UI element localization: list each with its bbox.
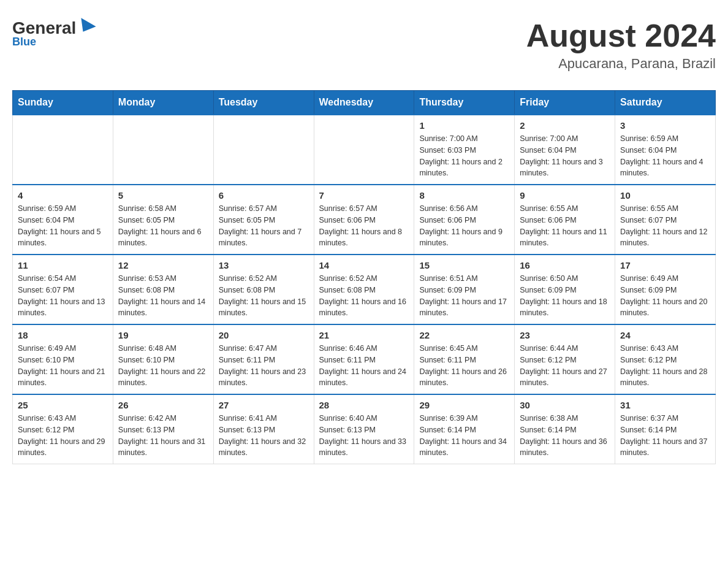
page-header: General Blue August 2024 Apucarana, Para…	[12, 12, 716, 78]
calendar-cell: 28Sunrise: 6:40 AMSunset: 6:13 PMDayligh…	[314, 394, 414, 464]
calendar-cell: 25Sunrise: 6:43 AMSunset: 6:12 PMDayligh…	[13, 394, 113, 464]
calendar-cell: 30Sunrise: 6:38 AMSunset: 6:14 PMDayligh…	[515, 394, 615, 464]
day-info: Sunrise: 6:39 AMSunset: 6:14 PMDaylight:…	[419, 413, 509, 459]
day-info: Sunrise: 6:45 AMSunset: 6:11 PMDaylight:…	[419, 343, 509, 389]
day-info: Sunrise: 6:59 AMSunset: 6:04 PMDaylight:…	[620, 133, 710, 179]
calendar-cell: 12Sunrise: 6:53 AMSunset: 6:08 PMDayligh…	[113, 255, 213, 324]
day-number: 4	[18, 190, 108, 201]
calendar-cell: 5Sunrise: 6:58 AMSunset: 6:05 PMDaylight…	[113, 185, 213, 255]
calendar-cell: 13Sunrise: 6:52 AMSunset: 6:08 PMDayligh…	[213, 255, 314, 324]
day-info: Sunrise: 6:57 AMSunset: 6:06 PMDaylight:…	[319, 203, 409, 249]
day-info: Sunrise: 6:53 AMSunset: 6:08 PMDaylight:…	[118, 273, 208, 319]
day-info: Sunrise: 6:52 AMSunset: 6:08 PMDaylight:…	[219, 273, 309, 319]
calendar-cell: 19Sunrise: 6:48 AMSunset: 6:10 PMDayligh…	[113, 324, 213, 394]
day-number: 5	[118, 190, 208, 201]
day-number: 6	[219, 190, 309, 201]
calendar-cell: 20Sunrise: 6:47 AMSunset: 6:11 PMDayligh…	[213, 324, 314, 394]
day-number: 19	[118, 330, 208, 340]
calendar-header-thursday: Thursday	[414, 91, 515, 115]
day-info: Sunrise: 6:56 AMSunset: 6:06 PMDaylight:…	[419, 203, 509, 249]
day-number: 20	[219, 330, 309, 340]
calendar-header-tuesday: Tuesday	[213, 91, 314, 115]
calendar-cell: 22Sunrise: 6:45 AMSunset: 6:11 PMDayligh…	[414, 324, 515, 394]
day-number: 7	[319, 190, 409, 201]
day-info: Sunrise: 6:47 AMSunset: 6:11 PMDaylight:…	[219, 343, 309, 389]
day-info: Sunrise: 6:37 AMSunset: 6:14 PMDaylight:…	[620, 413, 710, 459]
day-number: 15	[419, 260, 509, 270]
logo-triangle-icon	[76, 18, 96, 36]
day-number: 28	[319, 400, 409, 410]
day-number: 23	[520, 330, 610, 340]
day-number: 17	[620, 260, 710, 270]
calendar-cell: 15Sunrise: 6:51 AMSunset: 6:09 PMDayligh…	[414, 255, 515, 324]
calendar-cell: 31Sunrise: 6:37 AMSunset: 6:14 PMDayligh…	[615, 394, 716, 464]
day-info: Sunrise: 6:40 AMSunset: 6:13 PMDaylight:…	[319, 413, 409, 459]
calendar-header-saturday: Saturday	[615, 91, 716, 115]
day-number: 16	[520, 260, 610, 270]
calendar-cell: 1Sunrise: 7:00 AMSunset: 6:03 PMDaylight…	[414, 115, 515, 185]
calendar-cell: 6Sunrise: 6:57 AMSunset: 6:05 PMDaylight…	[213, 185, 314, 255]
day-info: Sunrise: 6:52 AMSunset: 6:08 PMDaylight:…	[319, 273, 409, 319]
day-info: Sunrise: 6:38 AMSunset: 6:14 PMDaylight:…	[520, 413, 610, 459]
day-number: 18	[18, 330, 108, 340]
day-info: Sunrise: 6:44 AMSunset: 6:12 PMDaylight:…	[520, 343, 610, 389]
calendar-cell: 27Sunrise: 6:41 AMSunset: 6:13 PMDayligh…	[213, 394, 314, 464]
day-info: Sunrise: 6:43 AMSunset: 6:12 PMDaylight:…	[18, 413, 108, 459]
calendar-cell: 24Sunrise: 6:43 AMSunset: 6:12 PMDayligh…	[615, 324, 716, 394]
logo: General Blue	[12, 18, 94, 48]
day-number: 14	[319, 260, 409, 270]
calendar-cell: 23Sunrise: 6:44 AMSunset: 6:12 PMDayligh…	[515, 324, 615, 394]
calendar-header-sunday: Sunday	[13, 91, 113, 115]
day-info: Sunrise: 6:49 AMSunset: 6:09 PMDaylight:…	[620, 273, 710, 319]
calendar-cell: 4Sunrise: 6:59 AMSunset: 6:04 PMDaylight…	[13, 185, 113, 255]
calendar-cell: 11Sunrise: 6:54 AMSunset: 6:07 PMDayligh…	[13, 255, 113, 324]
day-number: 29	[419, 400, 509, 410]
day-number: 10	[620, 190, 710, 201]
day-number: 13	[219, 260, 309, 270]
day-number: 11	[18, 260, 108, 270]
main-title: August 2024	[526, 18, 716, 53]
logo-blue-text: Blue	[12, 36, 36, 48]
calendar-cell: 26Sunrise: 6:42 AMSunset: 6:13 PMDayligh…	[113, 394, 213, 464]
day-info: Sunrise: 6:55 AMSunset: 6:06 PMDaylight:…	[520, 203, 610, 249]
day-number: 26	[118, 400, 208, 410]
location-subtitle: Apucarana, Parana, Brazil	[526, 56, 716, 72]
calendar-week-row: 25Sunrise: 6:43 AMSunset: 6:12 PMDayligh…	[13, 394, 716, 464]
day-number: 12	[118, 260, 208, 270]
day-number: 22	[419, 330, 509, 340]
day-number: 2	[520, 120, 610, 131]
calendar-cell	[314, 115, 414, 185]
day-info: Sunrise: 6:59 AMSunset: 6:04 PMDaylight:…	[18, 203, 108, 249]
calendar-cell	[113, 115, 213, 185]
day-info: Sunrise: 6:51 AMSunset: 6:09 PMDaylight:…	[419, 273, 509, 319]
day-info: Sunrise: 6:48 AMSunset: 6:10 PMDaylight:…	[118, 343, 208, 389]
calendar-cell: 21Sunrise: 6:46 AMSunset: 6:11 PMDayligh…	[314, 324, 414, 394]
calendar-cell: 3Sunrise: 6:59 AMSunset: 6:04 PMDaylight…	[615, 115, 716, 185]
day-number: 9	[520, 190, 610, 201]
day-info: Sunrise: 6:55 AMSunset: 6:07 PMDaylight:…	[620, 203, 710, 249]
calendar-cell: 16Sunrise: 6:50 AMSunset: 6:09 PMDayligh…	[515, 255, 615, 324]
title-section: August 2024 Apucarana, Parana, Brazil	[526, 18, 716, 72]
calendar-cell	[213, 115, 314, 185]
day-info: Sunrise: 6:41 AMSunset: 6:13 PMDaylight:…	[219, 413, 309, 459]
day-info: Sunrise: 6:46 AMSunset: 6:11 PMDaylight:…	[319, 343, 409, 389]
calendar-cell: 14Sunrise: 6:52 AMSunset: 6:08 PMDayligh…	[314, 255, 414, 324]
calendar-cell: 10Sunrise: 6:55 AMSunset: 6:07 PMDayligh…	[615, 185, 716, 255]
day-info: Sunrise: 6:58 AMSunset: 6:05 PMDaylight:…	[118, 203, 208, 249]
calendar-cell: 8Sunrise: 6:56 AMSunset: 6:06 PMDaylight…	[414, 185, 515, 255]
day-info: Sunrise: 6:49 AMSunset: 6:10 PMDaylight:…	[18, 343, 108, 389]
calendar-week-row: 18Sunrise: 6:49 AMSunset: 6:10 PMDayligh…	[13, 324, 716, 394]
day-info: Sunrise: 7:00 AMSunset: 6:03 PMDaylight:…	[419, 133, 509, 179]
day-info: Sunrise: 6:57 AMSunset: 6:05 PMDaylight:…	[219, 203, 309, 249]
calendar-header-monday: Monday	[113, 91, 213, 115]
calendar-cell: 18Sunrise: 6:49 AMSunset: 6:10 PMDayligh…	[13, 324, 113, 394]
day-info: Sunrise: 6:50 AMSunset: 6:09 PMDaylight:…	[520, 273, 610, 319]
calendar-cell: 17Sunrise: 6:49 AMSunset: 6:09 PMDayligh…	[615, 255, 716, 324]
day-number: 24	[620, 330, 710, 340]
day-number: 1	[419, 120, 509, 131]
calendar-cell: 2Sunrise: 7:00 AMSunset: 6:04 PMDaylight…	[515, 115, 615, 185]
day-number: 27	[219, 400, 309, 410]
day-number: 25	[18, 400, 108, 410]
day-number: 21	[319, 330, 409, 340]
calendar-cell: 29Sunrise: 6:39 AMSunset: 6:14 PMDayligh…	[414, 394, 515, 464]
